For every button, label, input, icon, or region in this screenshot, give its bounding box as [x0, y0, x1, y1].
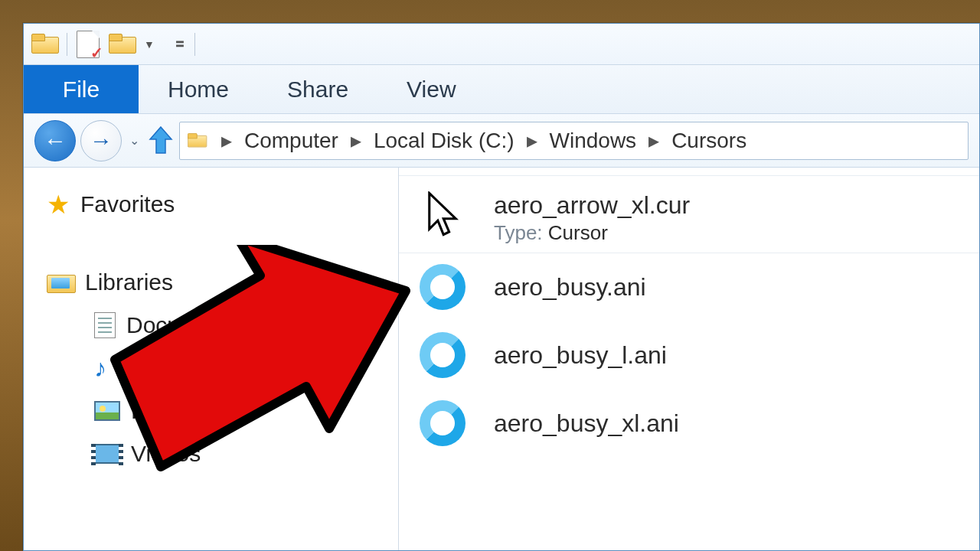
sidebar-item-documents[interactable]: Docu — [47, 304, 398, 347]
sidebar-libraries[interactable]: Libraries — [47, 261, 398, 304]
file-name: aero_busy_l.ani — [494, 341, 667, 370]
sidebar-label: Favorites — [80, 191, 175, 217]
addressbar-folder-icon — [188, 133, 206, 148]
breadcrumb-item[interactable]: Cursors — [664, 129, 754, 153]
history-dropdown-icon[interactable]: ⌄ — [129, 133, 139, 148]
qat-overflow-icon[interactable]: 〓 — [175, 37, 185, 51]
file-item[interactable]: aero_busy_l.ani — [399, 321, 979, 390]
busy-cursor-icon — [414, 264, 471, 310]
chevron-right-icon: ▸ — [648, 128, 659, 153]
sidebar-item-label: Docu — [126, 312, 180, 338]
music-icon: ♪ — [94, 354, 106, 383]
separator — [194, 33, 195, 56]
sidebar-item-music[interactable]: ♪ — [47, 347, 398, 390]
file-item[interactable]: aero_busy_xl.ani — [399, 390, 979, 458]
app-folder-icon — [31, 34, 57, 55]
tab-home[interactable]: Home — [139, 65, 258, 113]
forward-button[interactable]: → — [80, 120, 122, 161]
sidebar-item-pictures[interactable]: Pict — [47, 390, 398, 432]
sidebar-item-label: Videos — [131, 441, 201, 467]
chevron-right-icon: ▸ — [351, 128, 361, 153]
chevron-right-icon: ▸ — [527, 128, 537, 153]
up-button[interactable] — [147, 124, 175, 158]
tab-view[interactable]: View — [377, 65, 485, 113]
file-name: aero_busy_xl.ani — [494, 409, 679, 438]
sidebar-item-label: Pict — [131, 398, 169, 424]
busy-cursor-icon — [414, 332, 471, 378]
star-icon: ★ — [47, 189, 70, 220]
sidebar-favorites[interactable]: ★ Favorites — [47, 183, 398, 226]
document-icon — [94, 312, 116, 338]
cursor-file-icon — [414, 191, 471, 240]
sidebar-label: Libraries — [85, 269, 173, 295]
titlebar: ▼ 〓 — [24, 24, 979, 65]
nav-pane: ★ Favorites Libraries Docu ♪ Pict — [24, 168, 399, 550]
content-area: ★ Favorites Libraries Docu ♪ Pict — [24, 168, 979, 550]
explorer-window: ▼ 〓 File Home Share View ← → ⌄ ▸ Compute… — [23, 23, 980, 551]
file-name: aero_busy.ani — [494, 273, 646, 302]
file-list: aero_arrow_xl.cur Type: Cursor aero_busy… — [399, 168, 979, 550]
tab-share[interactable]: Share — [258, 65, 377, 113]
back-button[interactable]: ← — [34, 120, 76, 161]
file-type-label: Type: — [494, 221, 543, 244]
ribbon: File Home Share View — [24, 65, 979, 114]
sidebar-item-videos[interactable]: Videos — [47, 432, 398, 475]
breadcrumb-item[interactable]: Windows — [542, 129, 645, 153]
qat-dropdown-icon[interactable]: ▼ — [144, 38, 155, 51]
video-icon — [94, 444, 120, 464]
file-name: aero_arrow_xl.cur — [494, 191, 690, 220]
breadcrumb-item[interactable]: Computer — [237, 129, 346, 153]
libraries-icon — [47, 272, 74, 293]
qat-properties-icon[interactable] — [77, 31, 100, 58]
tab-file[interactable]: File — [24, 65, 139, 113]
breadcrumb-item[interactable]: Local Disk (C:) — [366, 129, 522, 153]
separator — [67, 33, 67, 56]
file-item[interactable]: aero_arrow_xl.cur Type: Cursor — [399, 175, 979, 253]
file-item[interactable]: aero_busy.ani — [399, 253, 979, 321]
qat-newfolder-icon[interactable] — [109, 34, 135, 55]
chevron-right-icon: ▸ — [221, 128, 232, 153]
address-bar[interactable]: ▸ Computer ▸ Local Disk (C:) ▸ Windows ▸… — [179, 122, 969, 160]
busy-cursor-icon — [414, 400, 471, 446]
picture-icon — [94, 401, 120, 421]
file-type-value: Cursor — [548, 221, 608, 244]
navbar: ← → ⌄ ▸ Computer ▸ Local Disk (C:) ▸ Win… — [24, 114, 979, 168]
